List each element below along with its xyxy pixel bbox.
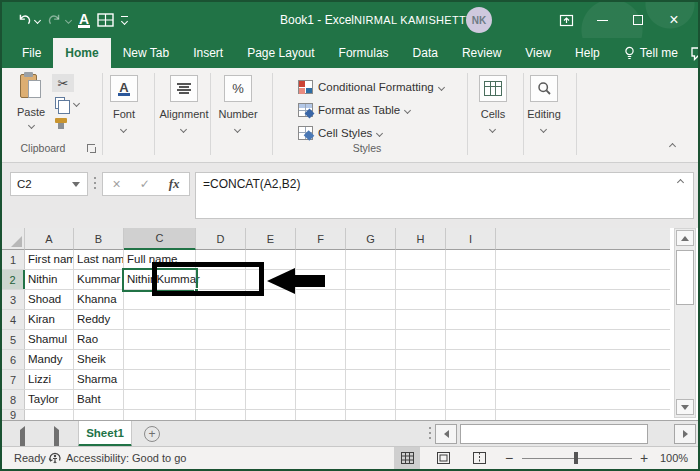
- cell-G7[interactable]: [346, 370, 396, 389]
- cell-F6[interactable]: [296, 350, 346, 369]
- account-avatar[interactable]: NK: [466, 7, 492, 33]
- tab-review[interactable]: Review: [450, 38, 513, 68]
- cell-I2[interactable]: [446, 270, 496, 289]
- close-button[interactable]: ×: [656, 2, 692, 38]
- page-break-preview-button[interactable]: [466, 447, 492, 469]
- zoom-slider-handle[interactable]: [574, 452, 578, 464]
- account-name[interactable]: NIRMAL KAMISHETTY: [354, 2, 474, 38]
- enter-button[interactable]: ✓: [140, 177, 150, 191]
- ribbon-display-options-button[interactable]: [548, 2, 584, 38]
- format-as-table-button[interactable]: Format as Table: [298, 102, 410, 118]
- cell-G2[interactable]: [346, 270, 396, 289]
- cell-A9[interactable]: [25, 410, 74, 420]
- cell-D9[interactable]: [196, 410, 246, 420]
- tab-insert[interactable]: Insert: [181, 38, 235, 68]
- cell-I6[interactable]: [446, 350, 496, 369]
- row-header-3[interactable]: 3: [2, 290, 25, 309]
- cell-H2[interactable]: [396, 270, 446, 289]
- cell-D6[interactable]: [196, 350, 246, 369]
- clipboard-dialog-launcher[interactable]: [87, 144, 95, 152]
- cell-D4[interactable]: [196, 310, 246, 329]
- cell-F8[interactable]: [296, 390, 346, 409]
- cell-I8[interactable]: [446, 390, 496, 409]
- row-header-9[interactable]: 9: [2, 410, 25, 420]
- cell-H3[interactable]: [396, 290, 446, 309]
- cell-E4[interactable]: [246, 310, 296, 329]
- cell-I1[interactable]: [446, 250, 496, 269]
- row-header-8[interactable]: 8: [2, 390, 25, 409]
- cell-F7[interactable]: [296, 370, 346, 389]
- insert-function-button[interactable]: fx: [169, 176, 180, 192]
- cell-A1[interactable]: First name: [25, 250, 74, 269]
- cell-G6[interactable]: [346, 350, 396, 369]
- cell-H1[interactable]: [396, 250, 446, 269]
- cell-E7[interactable]: [246, 370, 296, 389]
- cell-I3[interactable]: [446, 290, 496, 309]
- cell-C8[interactable]: [124, 390, 196, 409]
- cell-C5[interactable]: [124, 330, 196, 349]
- copy-button[interactable]: [55, 97, 65, 109]
- cell-B3[interactable]: Khanna: [74, 290, 124, 309]
- cell-A4[interactable]: Kiran: [25, 310, 74, 329]
- cell-D8[interactable]: [196, 390, 246, 409]
- sheet-tab-sheet1[interactable]: Sheet1: [78, 421, 132, 447]
- cell-H9[interactable]: [396, 410, 446, 420]
- zoom-out-button[interactable]: −: [505, 447, 513, 469]
- scroll-left-button[interactable]: [435, 424, 457, 444]
- font-color-button[interactable]: A: [78, 13, 90, 28]
- accessibility-status[interactable]: Accessibility: Good to go: [48, 447, 186, 469]
- scroll-up-button[interactable]: [676, 230, 694, 246]
- tab-data[interactable]: Data: [401, 38, 450, 68]
- cell-B2[interactable]: Kummar: [74, 270, 124, 289]
- horizontal-scroll-thumb[interactable]: [460, 424, 648, 444]
- cell-E9[interactable]: [246, 410, 296, 420]
- feedback-button[interactable]: [690, 38, 700, 68]
- cell-G5[interactable]: [346, 330, 396, 349]
- cell-E6[interactable]: [246, 350, 296, 369]
- cell-F1[interactable]: [296, 250, 346, 269]
- cell-B5[interactable]: Rao: [74, 330, 124, 349]
- column-header-A[interactable]: A: [25, 228, 74, 250]
- column-header-C[interactable]: C: [124, 228, 196, 250]
- maximize-button[interactable]: [620, 2, 656, 38]
- zoom-level[interactable]: 100%: [660, 447, 688, 469]
- cell-A3[interactable]: Shoad: [25, 290, 74, 309]
- cancel-button[interactable]: ×: [112, 176, 120, 192]
- row-header-1[interactable]: 1: [2, 250, 25, 269]
- expand-formula-bar-icon[interactable]: [677, 179, 684, 186]
- select-all-corner[interactable]: [2, 228, 25, 250]
- cell-A6[interactable]: Mandy: [25, 350, 74, 369]
- tab-view[interactable]: View: [513, 38, 563, 68]
- cell-A2[interactable]: Nithin: [25, 270, 74, 289]
- tell-me-box[interactable]: Tell me: [612, 38, 690, 68]
- vertical-scroll-thumb[interactable]: [676, 250, 694, 305]
- cell-H7[interactable]: [396, 370, 446, 389]
- cut-button[interactable]: ✂: [52, 74, 74, 92]
- row-header-5[interactable]: 5: [2, 330, 25, 349]
- cell-F4[interactable]: [296, 310, 346, 329]
- cell-I7[interactable]: [446, 370, 496, 389]
- cell-A7[interactable]: Lizzi: [25, 370, 74, 389]
- page-layout-view-button[interactable]: [430, 447, 456, 469]
- redo-button[interactable]: [47, 12, 71, 28]
- column-header-B[interactable]: B: [74, 228, 124, 250]
- row-header-4[interactable]: 4: [2, 310, 25, 329]
- row-header-6[interactable]: 6: [2, 350, 25, 369]
- tab-file[interactable]: File: [10, 38, 53, 68]
- collapse-ribbon-icon[interactable]: [669, 143, 676, 150]
- zoom-in-button[interactable]: +: [640, 447, 648, 469]
- column-header-G[interactable]: G: [346, 228, 396, 250]
- cell-B7[interactable]: Sharma: [74, 370, 124, 389]
- row-header-2[interactable]: 2: [2, 270, 25, 289]
- cell-G4[interactable]: [346, 310, 396, 329]
- cell-E8[interactable]: [246, 390, 296, 409]
- cell-H6[interactable]: [396, 350, 446, 369]
- cell-B9[interactable]: [74, 410, 124, 420]
- cell-B1[interactable]: Last name: [74, 250, 124, 269]
- tab-page-layout[interactable]: Page Layout: [235, 38, 326, 68]
- column-header-D[interactable]: D: [196, 228, 246, 250]
- cell-A5[interactable]: Shamul: [25, 330, 74, 349]
- cell-C7[interactable]: [124, 370, 196, 389]
- cell-G3[interactable]: [346, 290, 396, 309]
- cell-G8[interactable]: [346, 390, 396, 409]
